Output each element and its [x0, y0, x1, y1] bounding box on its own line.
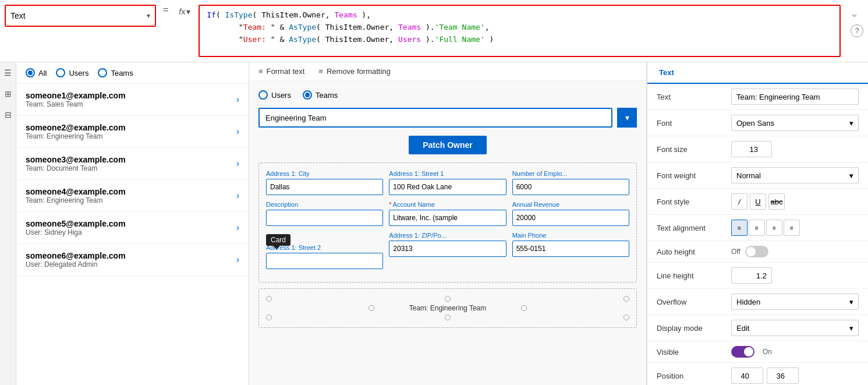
field-zip-label: Address 1: ZIP/Po...	[389, 232, 506, 239]
overflow-select[interactable]: Hidden ▾	[731, 294, 859, 310]
prop-font-weight: Font weight Normal ▾	[647, 163, 868, 189]
prop-font-style-label: Font style	[657, 197, 727, 206]
align-left-button[interactable]: ≡	[731, 220, 747, 236]
visible-toggle[interactable]	[731, 346, 754, 358]
prop-font-size-label: Font size	[657, 145, 727, 154]
equals-sign: =	[161, 5, 171, 15]
resize-handle-tl[interactable]	[266, 296, 272, 302]
left-sidebar: ☰ ⊞ ⊟	[0, 62, 16, 385]
help-icon[interactable]: ?	[851, 24, 863, 37]
canvas-teams-radio-circle	[303, 90, 312, 100]
collapse-button[interactable]: ⌄	[845, 5, 863, 22]
text-control-value: Team: Engineering Team	[409, 304, 487, 312]
list-item-arrow: ›	[236, 94, 239, 105]
format-text-icon: ≡	[258, 67, 263, 76]
filter-all[interactable]: All	[26, 68, 47, 77]
team-dropdown[interactable]: Engineering Team	[258, 108, 612, 128]
dropdown-value: Engineering Team	[265, 114, 327, 122]
list-item[interactable]: someone6@example.com User: Delegated Adm…	[16, 244, 249, 276]
list-item[interactable]: someone4@example.com Team: Engineering T…	[16, 180, 249, 212]
align-center-button[interactable]: ≡	[749, 220, 765, 236]
field-revenue-input[interactable]	[512, 210, 629, 226]
name-box-arrow[interactable]: ▾	[147, 12, 150, 20]
strikethrough-button[interactable]: abc	[768, 193, 785, 210]
underline-button[interactable]: U	[750, 193, 766, 210]
fx-button[interactable]: fx ▾	[175, 5, 194, 19]
list-item[interactable]: someone2@example.com Team: Engineering T…	[16, 116, 249, 148]
canvas-radio-users[interactable]: Users	[258, 90, 291, 100]
italic-button[interactable]: /	[731, 193, 747, 210]
prop-overflow-label: Overflow	[657, 298, 727, 306]
prop-visible-label: Visible	[657, 348, 727, 356]
formula-editor[interactable]: If( IsType( ThisItem.Owner, Teams ), "Te…	[199, 5, 841, 57]
handles-bottom-row	[266, 315, 629, 320]
sidebar-layers-icon[interactable]: ⊞	[2, 88, 14, 100]
prop-line-height-input[interactable]	[731, 267, 772, 284]
field-street1-label: Address 1: Street 1	[389, 170, 506, 177]
card-badge: Card	[266, 234, 290, 246]
position-x-input[interactable]	[731, 368, 763, 384]
resize-handle-bc[interactable]	[445, 315, 451, 320]
right-panel: Text Text Font Open Sans ▾ Font size Fon…	[647, 62, 868, 385]
prop-text-align: Text alignment ≡ ≡ ≡ ≡	[647, 215, 868, 241]
text-control-area: Team: Engineering Team	[258, 288, 637, 328]
list-item[interactable]: someone5@example.com User: Sidney Higa ›	[16, 212, 249, 244]
format-text-button[interactable]: ≡ Format text	[258, 67, 304, 76]
resize-handle-br[interactable]	[623, 315, 629, 320]
field-street1-input[interactable]	[389, 179, 506, 195]
resize-handle-mr[interactable]	[521, 305, 527, 311]
font-weight-select[interactable]: Normal ▾	[731, 167, 859, 183]
canvas-area: Users Teams Engineering Team ▾ Patch Own…	[249, 81, 646, 385]
prop-visible: Visible On	[647, 341, 868, 363]
field-account-input[interactable]	[389, 210, 506, 226]
prop-font-size-input[interactable]	[731, 141, 772, 157]
prop-display-mode: Display mode Edit ▾	[647, 315, 868, 341]
align-justify-button[interactable]: ≡	[784, 220, 800, 236]
dropdown-arrow-button[interactable]: ▾	[617, 108, 637, 128]
align-right-button[interactable]: ≡	[766, 220, 782, 236]
remove-formatting-label: Remove formatting	[327, 67, 391, 76]
list-item[interactable]: someone3@example.com Team: Document Team…	[16, 148, 249, 180]
position-y-input[interactable]	[767, 368, 799, 384]
sidebar-components-icon[interactable]: ⊟	[2, 109, 14, 121]
auto-height-toggle[interactable]	[745, 246, 768, 257]
radio-teams-circle	[98, 68, 107, 77]
remove-formatting-icon: ≡	[318, 67, 323, 76]
resize-handle-ml[interactable]	[369, 305, 374, 311]
display-mode-select[interactable]: Edit ▾	[731, 320, 859, 336]
field-street2-input[interactable]	[266, 253, 383, 269]
field-phone-label: Main Phone	[512, 232, 629, 239]
filter-teams[interactable]: Teams	[98, 68, 133, 77]
formula-bar: Text ▾ = fx ▾ If( IsType( ThisItem.Owner…	[0, 0, 868, 62]
prop-overflow: Overflow Hidden ▾	[647, 289, 868, 315]
font-select[interactable]: Open Sans ▾	[731, 115, 859, 131]
patch-owner-button[interactable]: Patch Owner	[409, 136, 487, 154]
tab-text[interactable]: Text	[647, 62, 686, 84]
prop-line-height: Line height	[647, 263, 868, 289]
field-phone: Main Phone	[512, 232, 629, 269]
field-zip-input[interactable]	[389, 241, 506, 257]
overflow-select-arrow: ▾	[849, 298, 853, 306]
list-item[interactable]: someone1@example.com Team: Sales Team ›	[16, 84, 249, 116]
field-description-input[interactable]	[266, 210, 383, 226]
radio-users-circle	[56, 68, 65, 77]
name-box-text: Text	[10, 11, 143, 20]
field-city-input[interactable]	[266, 179, 383, 195]
remove-formatting-button[interactable]: ≡ Remove formatting	[318, 67, 390, 76]
field-employees-input[interactable]	[512, 179, 629, 195]
list-item-arrow: ›	[236, 126, 239, 137]
handles-top-row	[266, 296, 629, 302]
sidebar-menu-icon[interactable]: ☰	[2, 67, 14, 79]
name-box[interactable]: Text ▾	[5, 5, 156, 27]
field-phone-input[interactable]	[512, 241, 629, 257]
resize-handle-bl[interactable]	[266, 315, 272, 320]
resize-handle-tc[interactable]	[445, 296, 451, 302]
filter-users[interactable]: Users	[56, 68, 88, 77]
resize-handle-tr[interactable]	[623, 296, 629, 302]
prop-line-height-label: Line height	[657, 271, 727, 280]
dropdown-row: Engineering Team ▾	[258, 108, 637, 128]
list-item-arrow: ›	[236, 255, 239, 265]
form-row: Card Address 1: Street 2 Address 1: ZIP/…	[266, 232, 629, 269]
canvas-radio-teams[interactable]: Teams	[303, 90, 338, 100]
prop-text-input[interactable]	[731, 89, 859, 105]
